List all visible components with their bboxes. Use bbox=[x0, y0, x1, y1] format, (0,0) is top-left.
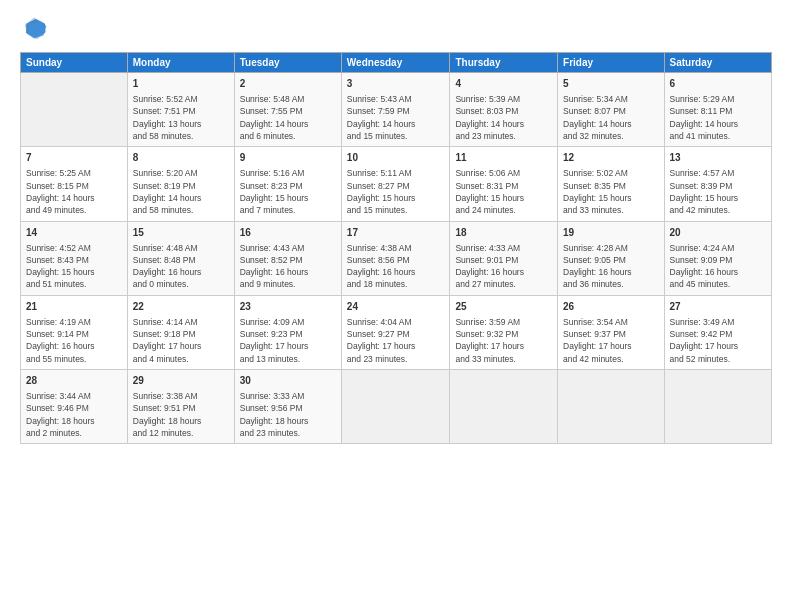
day-number: 1 bbox=[133, 77, 229, 91]
header-row: SundayMondayTuesdayWednesdayThursdayFrid… bbox=[21, 53, 772, 73]
day-cell bbox=[558, 370, 664, 444]
day-info: Sunrise: 5:02 AM Sunset: 8:35 PM Dayligh… bbox=[563, 167, 658, 216]
day-info: Sunrise: 4:24 AM Sunset: 9:09 PM Dayligh… bbox=[670, 242, 766, 291]
day-cell: 21Sunrise: 4:19 AM Sunset: 9:14 PM Dayli… bbox=[21, 295, 128, 369]
day-cell: 9Sunrise: 5:16 AM Sunset: 8:23 PM Daylig… bbox=[234, 147, 341, 221]
logo-icon bbox=[20, 16, 48, 44]
day-cell: 7Sunrise: 5:25 AM Sunset: 8:15 PM Daylig… bbox=[21, 147, 128, 221]
day-cell: 15Sunrise: 4:48 AM Sunset: 8:48 PM Dayli… bbox=[127, 221, 234, 295]
day-cell: 10Sunrise: 5:11 AM Sunset: 8:27 PM Dayli… bbox=[341, 147, 450, 221]
day-info: Sunrise: 5:52 AM Sunset: 7:51 PM Dayligh… bbox=[133, 93, 229, 142]
day-info: Sunrise: 5:48 AM Sunset: 7:55 PM Dayligh… bbox=[240, 93, 336, 142]
day-cell: 27Sunrise: 3:49 AM Sunset: 9:42 PM Dayli… bbox=[664, 295, 771, 369]
calendar-table: SundayMondayTuesdayWednesdayThursdayFrid… bbox=[20, 52, 772, 444]
day-number: 27 bbox=[670, 300, 766, 314]
day-number: 28 bbox=[26, 374, 122, 388]
day-cell: 4Sunrise: 5:39 AM Sunset: 8:03 PM Daylig… bbox=[450, 73, 558, 147]
day-number: 2 bbox=[240, 77, 336, 91]
header bbox=[20, 16, 772, 44]
day-cell bbox=[664, 370, 771, 444]
col-header-tuesday: Tuesday bbox=[234, 53, 341, 73]
day-cell: 8Sunrise: 5:20 AM Sunset: 8:19 PM Daylig… bbox=[127, 147, 234, 221]
day-info: Sunrise: 5:06 AM Sunset: 8:31 PM Dayligh… bbox=[455, 167, 552, 216]
day-cell: 12Sunrise: 5:02 AM Sunset: 8:35 PM Dayli… bbox=[558, 147, 664, 221]
day-cell: 1Sunrise: 5:52 AM Sunset: 7:51 PM Daylig… bbox=[127, 73, 234, 147]
day-number: 26 bbox=[563, 300, 658, 314]
day-info: Sunrise: 3:44 AM Sunset: 9:46 PM Dayligh… bbox=[26, 390, 122, 439]
day-cell: 17Sunrise: 4:38 AM Sunset: 8:56 PM Dayli… bbox=[341, 221, 450, 295]
day-info: Sunrise: 4:38 AM Sunset: 8:56 PM Dayligh… bbox=[347, 242, 445, 291]
day-number: 13 bbox=[670, 151, 766, 165]
day-number: 6 bbox=[670, 77, 766, 91]
day-number: 3 bbox=[347, 77, 445, 91]
day-info: Sunrise: 4:04 AM Sunset: 9:27 PM Dayligh… bbox=[347, 316, 445, 365]
day-number: 22 bbox=[133, 300, 229, 314]
col-header-monday: Monday bbox=[127, 53, 234, 73]
col-header-thursday: Thursday bbox=[450, 53, 558, 73]
day-cell bbox=[450, 370, 558, 444]
day-cell: 29Sunrise: 3:38 AM Sunset: 9:51 PM Dayli… bbox=[127, 370, 234, 444]
day-number: 7 bbox=[26, 151, 122, 165]
day-number: 17 bbox=[347, 226, 445, 240]
day-info: Sunrise: 5:20 AM Sunset: 8:19 PM Dayligh… bbox=[133, 167, 229, 216]
day-cell: 2Sunrise: 5:48 AM Sunset: 7:55 PM Daylig… bbox=[234, 73, 341, 147]
day-info: Sunrise: 4:52 AM Sunset: 8:43 PM Dayligh… bbox=[26, 242, 122, 291]
day-number: 16 bbox=[240, 226, 336, 240]
day-number: 19 bbox=[563, 226, 658, 240]
day-cell: 30Sunrise: 3:33 AM Sunset: 9:56 PM Dayli… bbox=[234, 370, 341, 444]
day-cell: 13Sunrise: 4:57 AM Sunset: 8:39 PM Dayli… bbox=[664, 147, 771, 221]
day-number: 4 bbox=[455, 77, 552, 91]
day-info: Sunrise: 4:14 AM Sunset: 9:18 PM Dayligh… bbox=[133, 316, 229, 365]
day-number: 11 bbox=[455, 151, 552, 165]
day-cell: 6Sunrise: 5:29 AM Sunset: 8:11 PM Daylig… bbox=[664, 73, 771, 147]
day-number: 14 bbox=[26, 226, 122, 240]
day-cell: 23Sunrise: 4:09 AM Sunset: 9:23 PM Dayli… bbox=[234, 295, 341, 369]
day-info: Sunrise: 4:09 AM Sunset: 9:23 PM Dayligh… bbox=[240, 316, 336, 365]
day-info: Sunrise: 4:33 AM Sunset: 9:01 PM Dayligh… bbox=[455, 242, 552, 291]
day-info: Sunrise: 3:54 AM Sunset: 9:37 PM Dayligh… bbox=[563, 316, 658, 365]
day-number: 8 bbox=[133, 151, 229, 165]
day-number: 5 bbox=[563, 77, 658, 91]
day-number: 24 bbox=[347, 300, 445, 314]
col-header-saturday: Saturday bbox=[664, 53, 771, 73]
day-cell: 20Sunrise: 4:24 AM Sunset: 9:09 PM Dayli… bbox=[664, 221, 771, 295]
week-row-2: 7Sunrise: 5:25 AM Sunset: 8:15 PM Daylig… bbox=[21, 147, 772, 221]
day-cell bbox=[341, 370, 450, 444]
week-row-3: 14Sunrise: 4:52 AM Sunset: 8:43 PM Dayli… bbox=[21, 221, 772, 295]
day-info: Sunrise: 5:34 AM Sunset: 8:07 PM Dayligh… bbox=[563, 93, 658, 142]
day-info: Sunrise: 5:11 AM Sunset: 8:27 PM Dayligh… bbox=[347, 167, 445, 216]
col-header-friday: Friday bbox=[558, 53, 664, 73]
svg-marker-2 bbox=[25, 18, 47, 40]
day-number: 20 bbox=[670, 226, 766, 240]
day-number: 25 bbox=[455, 300, 552, 314]
day-info: Sunrise: 4:19 AM Sunset: 9:14 PM Dayligh… bbox=[26, 316, 122, 365]
day-cell: 24Sunrise: 4:04 AM Sunset: 9:27 PM Dayli… bbox=[341, 295, 450, 369]
week-row-1: 1Sunrise: 5:52 AM Sunset: 7:51 PM Daylig… bbox=[21, 73, 772, 147]
day-number: 10 bbox=[347, 151, 445, 165]
day-info: Sunrise: 5:25 AM Sunset: 8:15 PM Dayligh… bbox=[26, 167, 122, 216]
day-cell bbox=[21, 73, 128, 147]
day-info: Sunrise: 5:16 AM Sunset: 8:23 PM Dayligh… bbox=[240, 167, 336, 216]
week-row-4: 21Sunrise: 4:19 AM Sunset: 9:14 PM Dayli… bbox=[21, 295, 772, 369]
day-info: Sunrise: 5:43 AM Sunset: 7:59 PM Dayligh… bbox=[347, 93, 445, 142]
day-number: 30 bbox=[240, 374, 336, 388]
day-cell: 18Sunrise: 4:33 AM Sunset: 9:01 PM Dayli… bbox=[450, 221, 558, 295]
day-cell: 11Sunrise: 5:06 AM Sunset: 8:31 PM Dayli… bbox=[450, 147, 558, 221]
day-info: Sunrise: 4:48 AM Sunset: 8:48 PM Dayligh… bbox=[133, 242, 229, 291]
day-number: 23 bbox=[240, 300, 336, 314]
col-header-wednesday: Wednesday bbox=[341, 53, 450, 73]
day-info: Sunrise: 3:33 AM Sunset: 9:56 PM Dayligh… bbox=[240, 390, 336, 439]
day-number: 29 bbox=[133, 374, 229, 388]
day-info: Sunrise: 3:59 AM Sunset: 9:32 PM Dayligh… bbox=[455, 316, 552, 365]
day-cell: 25Sunrise: 3:59 AM Sunset: 9:32 PM Dayli… bbox=[450, 295, 558, 369]
day-info: Sunrise: 4:57 AM Sunset: 8:39 PM Dayligh… bbox=[670, 167, 766, 216]
day-info: Sunrise: 5:29 AM Sunset: 8:11 PM Dayligh… bbox=[670, 93, 766, 142]
day-info: Sunrise: 5:39 AM Sunset: 8:03 PM Dayligh… bbox=[455, 93, 552, 142]
col-header-sunday: Sunday bbox=[21, 53, 128, 73]
day-number: 18 bbox=[455, 226, 552, 240]
day-cell: 16Sunrise: 4:43 AM Sunset: 8:52 PM Dayli… bbox=[234, 221, 341, 295]
day-number: 21 bbox=[26, 300, 122, 314]
day-cell: 28Sunrise: 3:44 AM Sunset: 9:46 PM Dayli… bbox=[21, 370, 128, 444]
week-row-5: 28Sunrise: 3:44 AM Sunset: 9:46 PM Dayli… bbox=[21, 370, 772, 444]
day-number: 12 bbox=[563, 151, 658, 165]
